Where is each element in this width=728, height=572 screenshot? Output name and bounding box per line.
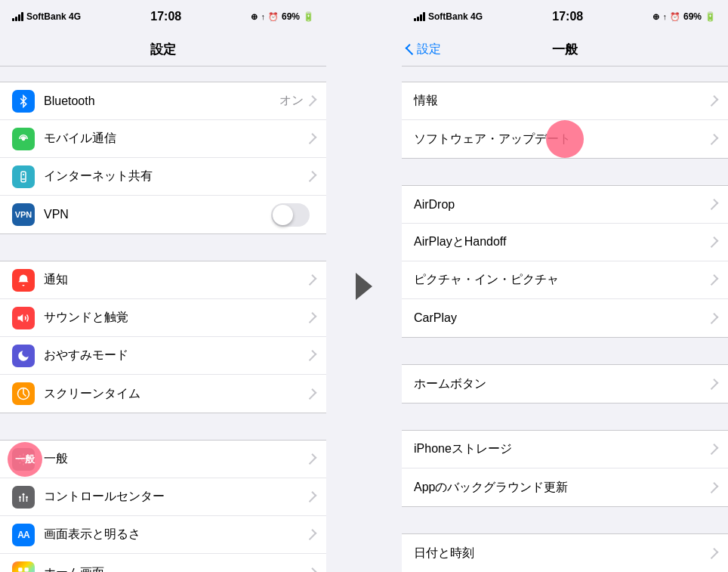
left-nav-bar: 設定 — [0, 33, 326, 66]
vpn-item[interactable]: VPN VPN — [0, 196, 326, 233]
datetime-label: 日付と時刻 — [414, 546, 710, 561]
internet-item[interactable]: インターネット共有 — [0, 158, 326, 196]
right-signal-icon — [414, 12, 425, 21]
display-item[interactable]: AA 画面表示と明るさ — [0, 516, 326, 554]
right-settings-list[interactable]: 情報 ソフトウェア・アップデート AirDrop AirPlayとHandoff… — [402, 66, 728, 572]
datetime-item[interactable]: 日付と時刻 — [402, 534, 728, 572]
svg-rect-1 — [21, 172, 26, 182]
notifications-item[interactable]: 通知 — [0, 261, 326, 299]
general-label: 一般 — [44, 451, 308, 467]
svg-rect-12 — [18, 567, 22, 571]
sound-label: サウンドと触覚 — [44, 310, 308, 326]
homebutton-item[interactable]: ホームボタン — [402, 365, 728, 403]
right-time: 17:08 — [552, 10, 583, 23]
svg-point-8 — [26, 496, 28, 498]
display-icon: AA — [12, 524, 35, 546]
right-phone-panel: SoftBank 4G 17:08 ⊕ ↑ ⏰ 69% 🔋 設定 一般 情報 ソ… — [402, 0, 728, 572]
battery-icon: 🔋 — [303, 11, 314, 22]
svg-rect-13 — [25, 567, 29, 571]
svg-point-7 — [23, 493, 25, 495]
pip-label: ピクチャ・イン・ピクチャ — [414, 272, 710, 288]
controlcenter-item[interactable]: コントロールセンター — [0, 478, 326, 516]
notifications-group: 通知 サウンドと触覚 おやすみモード — [0, 261, 326, 413]
svg-rect-3 — [22, 178, 26, 180]
pip-item[interactable]: ピクチャ・イン・ピクチャ — [402, 261, 728, 299]
right-status-right: ⊕ ↑ ⏰ 69% 🔋 — [652, 11, 716, 22]
signal-icon2: ↑ — [261, 12, 265, 21]
screentime-icon — [12, 382, 35, 405]
back-chevron-icon — [406, 44, 417, 55]
general-item[interactable]: 一般 一般 — [0, 441, 326, 478]
dnd-label: おやすみモード — [44, 348, 308, 363]
back-label: 設定 — [417, 42, 441, 57]
vpn-label: VPN — [44, 208, 271, 221]
iphone-storage-label: iPhoneストレージ — [414, 441, 710, 457]
connectivity-group: Bluetooth オン モバイル通信 インターネット共有 — [0, 82, 326, 234]
bluetooth-value: オン — [279, 93, 304, 109]
right-wifi-icon: ⊕ — [652, 12, 659, 22]
transition-arrow — [326, 0, 402, 572]
right-battery: 69% — [683, 11, 702, 22]
svg-point-2 — [23, 173, 24, 175]
notifications-icon — [12, 269, 35, 292]
software-highlight — [546, 120, 584, 158]
alarm-icon: ⏰ — [268, 12, 279, 22]
software-item[interactable]: ソフトウェア・アップデート — [402, 120, 728, 158]
screentime-label: スクリーンタイム — [44, 386, 308, 402]
right-homebutton-group: ホームボタン — [402, 364, 728, 403]
app-refresh-label: Appのバックグラウンド更新 — [414, 480, 710, 496]
right-gap3 — [402, 338, 728, 364]
mobile-label: モバイル通信 — [44, 131, 308, 147]
right-battery-icon: 🔋 — [705, 11, 716, 22]
right-status-bar: SoftBank 4G 17:08 ⊕ ↑ ⏰ 69% 🔋 — [402, 0, 728, 33]
general-highlight: 一般 — [8, 442, 42, 477]
svg-point-0 — [22, 137, 26, 141]
vpn-toggle[interactable] — [271, 203, 310, 227]
internet-icon — [12, 165, 35, 188]
left-settings-list[interactable]: Bluetooth オン モバイル通信 インターネット共有 — [0, 66, 326, 572]
screentime-item[interactable]: スクリーンタイム — [0, 375, 326, 413]
airdrop-item[interactable]: AirDrop — [402, 186, 728, 224]
back-button[interactable]: 設定 — [408, 42, 441, 57]
sound-icon — [12, 307, 35, 329]
mobile-item[interactable]: モバイル通信 — [0, 120, 326, 158]
mobile-icon — [12, 128, 35, 150]
controlcenter-label: コントロールセンター — [44, 489, 308, 505]
jouhou-item[interactable]: 情報 — [402, 82, 728, 120]
right-sharing-group: AirDrop AirPlayとHandoff ピクチャ・イン・ピクチャ Car… — [402, 185, 728, 338]
right-info-group: 情報 ソフトウェア・アップデート — [402, 82, 728, 159]
right-nav-title: 一般 — [552, 41, 578, 58]
gap2 — [0, 234, 326, 261]
homescreen-label: ホーム画面 — [44, 565, 308, 573]
right-alarm-icon: ⏰ — [670, 12, 680, 22]
airdrop-label: AirDrop — [414, 198, 710, 212]
carplay-label: CarPlay — [414, 311, 710, 325]
bluetooth-label: Bluetooth — [44, 94, 279, 108]
homescreen-item[interactable]: ホーム画面 — [0, 554, 326, 572]
app-refresh-item[interactable]: Appのバックグラウンド更新 — [402, 468, 728, 506]
display-label: 画面表示と明るさ — [44, 527, 308, 543]
sound-item[interactable]: サウンドと触覚 — [0, 299, 326, 337]
wifi-icon: ⊕ — [251, 12, 258, 22]
bluetooth-item[interactable]: Bluetooth オン — [0, 82, 326, 120]
right-signal-icon2: ↑ — [662, 12, 667, 21]
homescreen-icon — [12, 561, 35, 572]
right-gap2 — [402, 159, 728, 185]
vpn-icon: VPN — [12, 203, 35, 226]
right-storage-group: iPhoneストレージ Appのバックグラウンド更新 — [402, 430, 728, 507]
bluetooth-chevron — [306, 95, 317, 107]
right-nav-bar: 設定 一般 — [402, 33, 728, 66]
left-nav-title: 設定 — [150, 41, 176, 58]
right-gap4 — [402, 403, 728, 430]
iphone-storage-item[interactable]: iPhoneストレージ — [402, 431, 728, 468]
airplay-item[interactable]: AirPlayとHandoff — [402, 224, 728, 261]
carplay-item[interactable]: CarPlay — [402, 299, 728, 337]
svg-point-6 — [19, 496, 21, 498]
dnd-item[interactable]: おやすみモード — [0, 337, 326, 375]
gap1 — [0, 66, 326, 82]
bluetooth-icon — [12, 90, 35, 113]
arrow-icon — [356, 273, 372, 300]
left-status-bar: SoftBank 4G 17:08 ⊕ ↑ ⏰ 69% 🔋 — [0, 0, 326, 33]
signal-icon — [12, 12, 23, 21]
gap3 — [0, 413, 326, 440]
